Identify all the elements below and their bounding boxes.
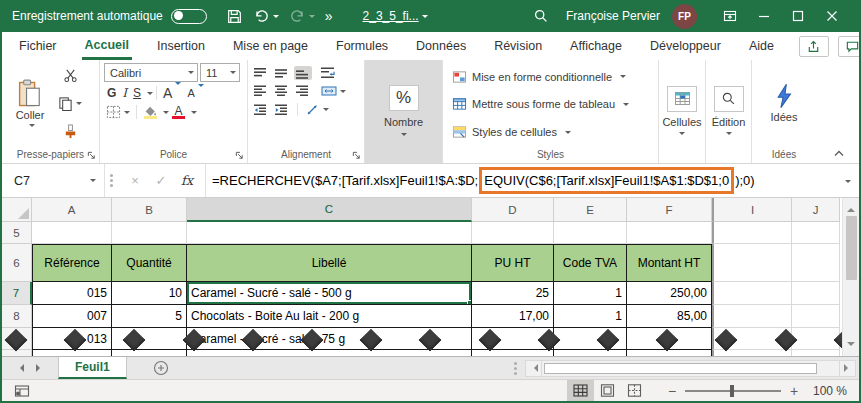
cell-c15[interactable]: 0 [187, 350, 472, 356]
cell-c6[interactable]: Libellé [187, 244, 472, 282]
font-color-button[interactable]: A [170, 105, 187, 120]
cell-styles-button[interactable]: Styles de cellules [450, 124, 656, 140]
undo-button[interactable] [253, 8, 279, 25]
borders-button[interactable] [104, 104, 132, 120]
row-header-7[interactable]: 7 [2, 282, 32, 305]
page-break-preview-button[interactable] [621, 380, 648, 402]
horizontal-scrollbar[interactable] [542, 360, 839, 377]
align-middle-button[interactable] [273, 66, 291, 80]
align-left-button[interactable] [252, 84, 270, 98]
zoom-slider[interactable] [685, 390, 781, 392]
align-bottom-button[interactable] [294, 66, 312, 80]
record-macro-button[interactable] [14, 384, 30, 398]
cell-e8[interactable]: 1 [554, 305, 627, 328]
tab-donnees[interactable]: Données [413, 32, 469, 60]
row-header-6[interactable]: 6 [2, 244, 32, 282]
cancel-button[interactable]: × [123, 173, 147, 188]
zoom-slider-handle[interactable] [730, 385, 734, 397]
cell-d6[interactable]: PU HT [472, 244, 554, 282]
cell-a7[interactable]: 015 [32, 282, 112, 305]
paste-button[interactable]: Coller [6, 63, 54, 146]
cell-obscured-libelle[interactable]: Caramel - Sucré - salé - 75 g [187, 328, 472, 350]
maximize-button[interactable] [781, 0, 815, 32]
increase-indent-button[interactable] [273, 103, 291, 117]
column-header-e[interactable]: E [554, 198, 627, 222]
formula-input[interactable]: =RECHERCHEV($A7;[Tarif.xlsx]Feuil1!$A:$D… [206, 164, 859, 197]
cell-a8[interactable]: 007 [32, 305, 112, 328]
search-button[interactable] [533, 8, 549, 24]
merge-center-button[interactable] [319, 84, 348, 98]
tab-accueil[interactable]: Accueil [82, 32, 132, 60]
cell-a6[interactable]: Référence [32, 244, 112, 282]
new-sheet-button[interactable] [127, 357, 195, 379]
column-header-f[interactable]: F [627, 198, 712, 222]
scroll-up-icon[interactable] [847, 204, 855, 212]
cell-b15[interactable] [112, 350, 187, 356]
vertical-scrollbar[interactable] [842, 198, 859, 356]
tab-splitter-grip[interactable] [514, 367, 517, 370]
account-name[interactable]: Françoise Pervier [566, 9, 660, 23]
scroll-left-button[interactable] [525, 360, 542, 377]
ribbon-display-options-button[interactable] [713, 0, 747, 32]
save-button[interactable] [226, 8, 243, 25]
decrease-font-size-button[interactable]: A [184, 87, 206, 99]
cell-b8[interactable]: 5 [112, 305, 187, 328]
cut-button[interactable] [56, 67, 84, 84]
tab-revision[interactable]: Révision [491, 32, 545, 60]
comments-button[interactable] [838, 36, 861, 57]
formula-bar-grip[interactable] [105, 164, 117, 197]
cell-d7[interactable]: 25 [472, 282, 554, 305]
cell-a15[interactable] [32, 350, 112, 356]
tab-formules[interactable]: Formules [333, 32, 391, 60]
format-painter-button[interactable] [56, 123, 84, 140]
column-header-j[interactable]: J [792, 198, 840, 222]
cell-e15[interactable]: 0 [554, 350, 627, 356]
share-button[interactable] [799, 36, 829, 57]
row-header-15[interactable]: 15 [2, 350, 32, 356]
cell-b7[interactable]: 10 [112, 282, 187, 305]
zoom-out-button[interactable]: − [666, 383, 678, 399]
page-layout-view-button[interactable] [594, 380, 621, 402]
cell-d15[interactable]: 0,00 [472, 350, 554, 356]
clipboard-dialog-launcher[interactable] [87, 151, 96, 160]
ideas-button[interactable]: Idées [771, 83, 798, 123]
cell-obscured-ref[interactable]: 013 [32, 328, 112, 350]
column-header-a[interactable]: A [32, 198, 112, 222]
expand-formula-bar-icon[interactable] [845, 180, 851, 186]
align-right-button[interactable] [294, 84, 312, 98]
horizontal-scrollbar-thumb[interactable] [544, 363, 817, 374]
cell-c7-active[interactable]: Caramel - Sucré - salé - 500 g [187, 282, 472, 305]
tab-mise-en-page[interactable]: Mise en page [230, 32, 311, 60]
fill-handle[interactable] [467, 300, 472, 305]
autosave-toggle[interactable] [171, 9, 207, 24]
align-top-button[interactable] [252, 66, 270, 80]
alignment-dialog-launcher[interactable] [352, 151, 361, 160]
decrease-indent-button[interactable] [252, 103, 270, 117]
font-dialog-launcher[interactable] [235, 151, 244, 160]
align-center-button[interactable] [273, 84, 291, 98]
cell-f7[interactable]: 250,00 [627, 282, 712, 305]
column-header-b[interactable]: B [112, 198, 187, 222]
tab-developpeur[interactable]: Développeur [647, 32, 724, 60]
tab-affichage[interactable]: Affichage [567, 32, 625, 60]
underline-button[interactable]: S [130, 86, 144, 100]
enter-button[interactable]: ✓ [149, 173, 173, 188]
fill-color-button[interactable] [141, 105, 159, 120]
normal-view-button[interactable] [567, 380, 594, 402]
close-button[interactable] [815, 0, 849, 32]
column-header-d[interactable]: D [472, 198, 554, 222]
conditional-formatting-button[interactable]: Mise en forme conditionnelle [450, 69, 656, 85]
select-all-corner[interactable] [2, 198, 32, 222]
editing-button[interactable] [714, 86, 744, 112]
vertical-scrollbar-thumb[interactable] [846, 216, 857, 280]
tab-insertion[interactable]: Insertion [154, 32, 208, 60]
redo-button[interactable] [289, 8, 315, 25]
cell-e6[interactable]: Code TVA [554, 244, 627, 282]
scroll-down-icon[interactable] [847, 342, 855, 350]
font-size-select[interactable]: 11 [200, 63, 240, 82]
copy-button[interactable] [56, 95, 84, 112]
previous-sheet-icon[interactable] [16, 364, 24, 372]
column-header-i[interactable]: I [712, 198, 792, 222]
avatar[interactable]: FP [672, 4, 697, 29]
name-box[interactable]: C7 [2, 164, 105, 197]
